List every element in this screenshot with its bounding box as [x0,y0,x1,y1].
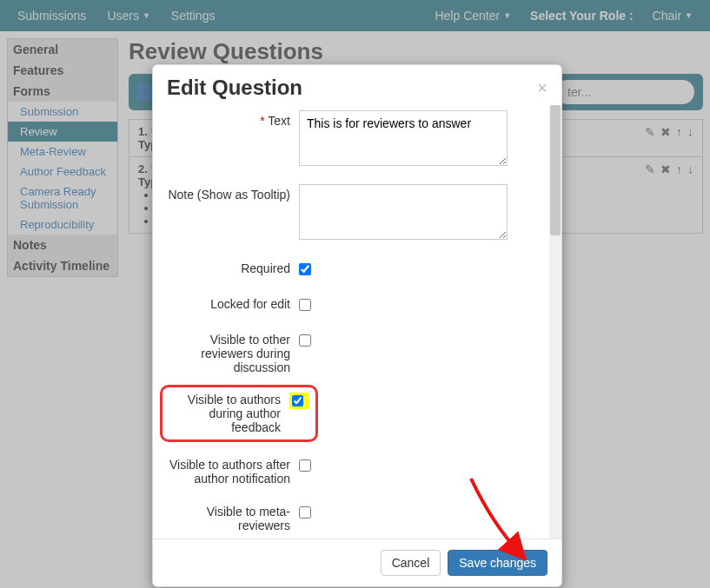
note-input[interactable] [299,184,508,240]
modal-body: * Text Note (Show as Tooltip) Required L… [153,105,549,538]
row-visible-authors-feedback-highlighted: Visible to authors during author feedbac… [160,385,318,442]
scrollbar-thumb[interactable] [550,105,561,235]
locked-checkbox[interactable] [299,299,311,311]
modal-footer: Cancel Save changes [153,538,561,586]
text-label-text: Text [268,114,290,128]
visible-reviewers-checkbox[interactable] [299,334,311,347]
highlight-span [289,393,309,409]
visible-authors-feedback-checkbox[interactable] [292,395,303,406]
note-label: Note (Show as Tooltip) [167,184,290,202]
visible-meta-label: Visible to meta-reviewers [167,501,290,532]
row-text: * Text [167,110,535,168]
modal-body-wrap: * Text Note (Show as Tooltip) Required L… [153,105,561,538]
visible-reviewers-label: Visible to other reviewers during discus… [167,329,290,374]
edit-question-modal: Edit Question × * Text Note (Show as Too… [152,64,562,587]
modal-header: Edit Question × [153,65,561,105]
cancel-button[interactable]: Cancel [381,550,441,576]
close-icon[interactable]: × [537,78,547,98]
modal-title: Edit Question [167,76,302,100]
row-visible-reviewers: Visible to other reviewers during discus… [167,329,535,374]
text-input[interactable] [299,110,508,166]
required-mark: * [260,114,264,128]
row-visible-authors-notif: Visible to authors after author notifica… [167,454,535,486]
visible-meta-checkbox[interactable] [299,506,311,519]
row-locked: Locked for edit [167,294,535,314]
visible-authors-feedback-label: Visible to authors during author feedbac… [163,393,281,434]
save-changes-button[interactable]: Save changes [448,550,547,576]
locked-label: Locked for edit [167,294,290,311]
visible-authors-notif-checkbox[interactable] [299,459,311,472]
row-visible-meta: Visible to meta-reviewers [167,501,535,532]
required-checkbox[interactable] [299,263,311,275]
row-note: Note (Show as Tooltip) [167,184,535,242]
text-label: * Text [167,110,290,128]
visible-authors-notif-label: Visible to authors after author notifica… [167,454,290,486]
row-required: Required [167,258,535,278]
required-label: Required [167,258,290,275]
scrollbar[interactable] [549,105,561,538]
